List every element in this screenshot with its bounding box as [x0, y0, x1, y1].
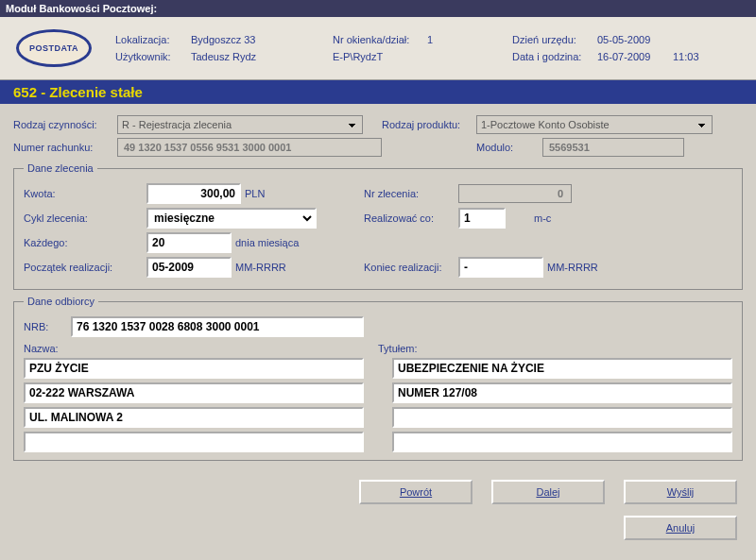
- window-titlebar: Moduł Bankowości Pocztowej:: [0, 0, 756, 17]
- nrokienka-label: Nr okienka/dział:: [333, 34, 427, 45]
- kazdego-unit: dnia miesiąca: [235, 237, 299, 248]
- dane-zlecenia-fieldset: Dane zlecenia Kwota: PLN Nr zlecenia: 0 …: [13, 162, 743, 290]
- cykl-label: Cykl zlecenia:: [24, 212, 146, 224]
- kwota-label: Kwota:: [24, 188, 146, 199]
- nazwa-line-1[interactable]: [24, 358, 364, 379]
- datagodz-label: Data i godzina:: [512, 51, 597, 62]
- dane-zlecenia-legend: Dane zlecenia: [24, 162, 97, 174]
- tytulem-line-4[interactable]: [392, 432, 732, 452]
- dane-odbiorcy-legend: Dane odbiorcy: [24, 296, 98, 307]
- poczatek-input[interactable]: [146, 257, 232, 278]
- poczatek-unit: MM-RRRR: [235, 262, 286, 273]
- anuluj-button[interactable]: Anuluj: [624, 516, 737, 540]
- header: POSTDATA Lokalizacja: Bydgoszcz 33 Nr ok…: [0, 17, 756, 80]
- koniec-input[interactable]: [458, 257, 543, 278]
- rodzaj-czynnosci-label: Rodzaj czynności:: [13, 119, 117, 130]
- koniec-unit: MM-RRRR: [547, 262, 598, 273]
- dzienurzedu-value: 05-05-2009: [597, 34, 673, 45]
- rodzaj-czynnosci-select[interactable]: R - Rejestracja zlecenia: [117, 115, 363, 134]
- tytulem-line-3[interactable]: [392, 407, 732, 428]
- logo-text: POSTDATA: [29, 43, 78, 53]
- koniec-label: Koniec realizacji:: [364, 262, 458, 273]
- datagodz-date: 16-07-2009: [597, 51, 673, 62]
- rodzaj-produktu-label: Rodzaj produktu:: [382, 119, 476, 130]
- tytulem-line-2[interactable]: [392, 382, 732, 403]
- numer-rachunku-label: Numer rachunku:: [13, 142, 117, 153]
- lokalizacja-value: Bydgoszcz 33: [191, 34, 333, 45]
- nr-zlecenia-value: 0: [458, 184, 572, 203]
- nr-zlecenia-label: Nr zlecenia:: [364, 188, 458, 199]
- wyslij-button[interactable]: Wyślij: [624, 480, 737, 504]
- tytulem-line-1[interactable]: [392, 358, 732, 379]
- tytulem-label: Tytułem:: [378, 343, 418, 354]
- uzytkownik-label: Użytkownik:: [115, 51, 191, 62]
- dalej-button[interactable]: Dalej: [491, 480, 605, 504]
- dzienurzedu-label: Dzień urzędu:: [512, 34, 597, 45]
- kwota-unit: PLN: [245, 188, 265, 199]
- nrb-label: NRB:: [24, 321, 71, 332]
- dane-odbiorcy-fieldset: Dane odbiorcy NRB: Nazwa: Tytułem:: [13, 296, 743, 461]
- button-bar-2: Anuluj: [0, 510, 756, 546]
- nazwa-line-2[interactable]: [24, 382, 364, 403]
- ep-label: E-P\RydzT: [333, 51, 427, 62]
- cykl-select[interactable]: miesięczne: [146, 208, 317, 229]
- realizowac-input[interactable]: [458, 208, 506, 229]
- nrokienka-value: 1: [427, 34, 512, 45]
- rodzaj-produktu-select[interactable]: 1-Pocztowe Konto Osobiste: [476, 115, 713, 134]
- numer-rachunku-value: 49 1320 1537 0556 9531 3000 0001: [117, 138, 382, 157]
- page-title: 652 - Zlecenie stałe: [0, 80, 756, 104]
- modulo-label: Modulo:: [476, 142, 542, 153]
- nazwa-label: Nazwa:: [24, 343, 378, 354]
- realizowac-unit: m-c: [534, 212, 551, 224]
- datagodz-time: 11:03: [673, 51, 711, 62]
- uzytkownik-value: Tadeusz Rydz: [191, 51, 333, 62]
- button-bar-1: Powrót Dalej Wyślij: [0, 474, 756, 510]
- nazwa-line-3[interactable]: [24, 407, 364, 428]
- nrb-input[interactable]: [71, 316, 364, 337]
- logo: POSTDATA: [11, 25, 96, 72]
- kwota-input[interactable]: [146, 183, 241, 204]
- lokalizacja-label: Lokalizacja:: [115, 34, 191, 45]
- kazdego-label: Każdego:: [24, 237, 146, 248]
- realizowac-label: Realizować co:: [364, 212, 458, 224]
- modulo-value: 5569531: [542, 138, 684, 157]
- kazdego-input[interactable]: [146, 232, 232, 253]
- form-area: Rodzaj czynności: R - Rejestracja zlecen…: [0, 104, 756, 474]
- poczatek-label: Początek realizacji:: [24, 262, 146, 273]
- powrot-button[interactable]: Powrót: [359, 480, 472, 504]
- nazwa-line-4[interactable]: [24, 432, 364, 452]
